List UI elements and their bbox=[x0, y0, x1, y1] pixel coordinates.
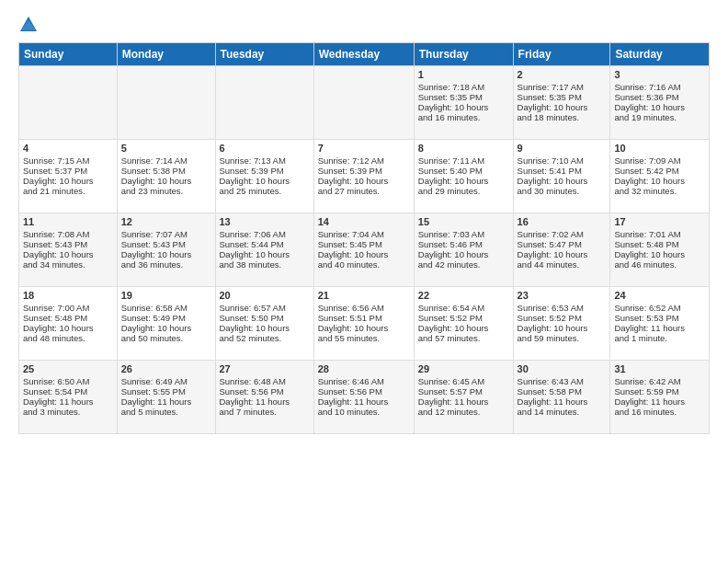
cell-info: Sunset: 5:43 PM bbox=[23, 239, 113, 249]
day-number: 26 bbox=[121, 363, 211, 374]
day-number: 9 bbox=[518, 143, 607, 154]
calendar-cell: 9Sunrise: 7:10 AMSunset: 5:41 PMDaylight… bbox=[513, 140, 610, 213]
cell-info: Daylight: 11 hours bbox=[518, 396, 607, 407]
cell-info: and 18 minutes. bbox=[518, 112, 607, 122]
cell-info: Daylight: 10 hours bbox=[418, 102, 509, 112]
cell-info: Daylight: 11 hours bbox=[614, 396, 705, 407]
week-row-3: 11Sunrise: 7:08 AMSunset: 5:43 PMDayligh… bbox=[19, 213, 710, 287]
cell-info: and 21 minutes. bbox=[23, 186, 113, 196]
calendar-cell: 23Sunrise: 6:53 AMSunset: 5:52 PMDayligh… bbox=[513, 287, 610, 361]
calendar-cell: 8Sunrise: 7:11 AMSunset: 5:40 PMDaylight… bbox=[414, 140, 513, 213]
cell-info: Daylight: 10 hours bbox=[23, 249, 113, 259]
cell-info: Sunset: 5:54 PM bbox=[23, 386, 113, 396]
cell-info: Sunset: 5:47 PM bbox=[518, 239, 607, 249]
cell-info: Sunrise: 7:01 AM bbox=[614, 229, 705, 239]
cell-info: Sunrise: 6:45 AM bbox=[418, 376, 509, 386]
calendar-cell: 17Sunrise: 7:01 AMSunset: 5:48 PMDayligh… bbox=[610, 213, 710, 287]
cell-info: Sunrise: 6:49 AM bbox=[121, 376, 211, 386]
cell-info: Sunset: 5:53 PM bbox=[614, 313, 705, 323]
calendar-cell: 7Sunrise: 7:12 AMSunset: 5:39 PMDaylight… bbox=[313, 140, 414, 213]
cell-info: Daylight: 10 hours bbox=[518, 102, 607, 112]
calendar-cell: 15Sunrise: 7:03 AMSunset: 5:46 PMDayligh… bbox=[414, 213, 513, 287]
day-number: 2 bbox=[518, 69, 607, 80]
calendar-cell: 24Sunrise: 6:52 AMSunset: 5:53 PMDayligh… bbox=[610, 287, 710, 361]
calendar-cell: 11Sunrise: 7:08 AMSunset: 5:43 PMDayligh… bbox=[19, 213, 118, 287]
cell-info: Sunset: 5:59 PM bbox=[614, 386, 705, 396]
day-number: 6 bbox=[220, 143, 310, 154]
cell-info: Sunset: 5:45 PM bbox=[318, 239, 410, 249]
cell-info: Sunrise: 7:02 AM bbox=[518, 229, 607, 239]
day-number: 12 bbox=[121, 216, 211, 227]
cell-info: Sunrise: 7:13 AM bbox=[220, 155, 310, 166]
cell-info: Sunrise: 6:48 AM bbox=[220, 376, 310, 386]
cell-info: Sunset: 5:48 PM bbox=[614, 239, 705, 249]
calendar-cell: 25Sunrise: 6:50 AMSunset: 5:54 PMDayligh… bbox=[19, 361, 118, 434]
cell-info: Sunrise: 7:14 AM bbox=[121, 155, 211, 166]
cell-info: Daylight: 11 hours bbox=[418, 396, 509, 407]
calendar-cell: 31Sunrise: 6:42 AMSunset: 5:59 PMDayligh… bbox=[610, 361, 710, 434]
cell-info: Sunrise: 6:56 AM bbox=[318, 303, 410, 313]
cell-info: Sunset: 5:37 PM bbox=[23, 166, 113, 176]
cell-info: Sunrise: 7:15 AM bbox=[23, 155, 113, 166]
cell-info: Sunset: 5:36 PM bbox=[614, 92, 705, 102]
cell-info: Sunrise: 7:08 AM bbox=[23, 229, 113, 239]
cell-info: and 40 minutes. bbox=[318, 259, 410, 270]
day-number: 4 bbox=[23, 143, 113, 154]
calendar-cell: 26Sunrise: 6:49 AMSunset: 5:55 PMDayligh… bbox=[117, 361, 215, 434]
cell-info: Sunrise: 7:06 AM bbox=[220, 229, 310, 239]
cell-info: and 30 minutes. bbox=[518, 186, 607, 196]
cell-info: Sunrise: 6:53 AM bbox=[518, 303, 607, 313]
cell-info: Sunrise: 6:52 AM bbox=[614, 303, 705, 313]
calendar-cell: 27Sunrise: 6:48 AMSunset: 5:56 PMDayligh… bbox=[215, 361, 313, 434]
cell-info: Daylight: 10 hours bbox=[318, 323, 410, 333]
day-number: 19 bbox=[121, 290, 211, 301]
day-number: 18 bbox=[23, 290, 113, 301]
cell-info: Daylight: 11 hours bbox=[220, 396, 310, 407]
cell-info: Sunset: 5:51 PM bbox=[318, 313, 410, 323]
cell-info: and 46 minutes. bbox=[614, 259, 705, 270]
cell-info: Sunrise: 6:46 AM bbox=[318, 376, 410, 386]
cell-info: Sunrise: 6:50 AM bbox=[23, 376, 113, 386]
cell-info: Daylight: 10 hours bbox=[121, 249, 211, 259]
calendar-cell: 30Sunrise: 6:43 AMSunset: 5:58 PMDayligh… bbox=[513, 361, 610, 434]
col-header-friday: Friday bbox=[513, 43, 610, 66]
cell-info: Sunset: 5:44 PM bbox=[220, 239, 310, 249]
cell-info: Sunrise: 6:42 AM bbox=[614, 376, 705, 386]
calendar-cell: 1Sunrise: 7:18 AMSunset: 5:35 PMDaylight… bbox=[414, 66, 513, 140]
cell-info: Daylight: 10 hours bbox=[220, 249, 310, 259]
calendar-cell: 13Sunrise: 7:06 AMSunset: 5:44 PMDayligh… bbox=[215, 213, 313, 287]
cell-info: Sunrise: 6:57 AM bbox=[220, 303, 310, 313]
week-row-1: 1Sunrise: 7:18 AMSunset: 5:35 PMDaylight… bbox=[19, 66, 710, 140]
day-number: 31 bbox=[614, 363, 705, 374]
cell-info: and 16 minutes. bbox=[614, 407, 705, 417]
page: SundayMondayTuesdayWednesdayThursdayFrid… bbox=[0, 0, 728, 443]
cell-info: Sunrise: 7:17 AM bbox=[518, 82, 607, 92]
calendar-cell: 2Sunrise: 7:17 AMSunset: 5:35 PMDaylight… bbox=[513, 66, 610, 140]
cell-info: and 27 minutes. bbox=[318, 186, 410, 196]
day-number: 21 bbox=[318, 290, 410, 301]
cell-info: Daylight: 10 hours bbox=[614, 249, 705, 259]
cell-info: Daylight: 11 hours bbox=[23, 396, 113, 407]
calendar-cell: 4Sunrise: 7:15 AMSunset: 5:37 PMDaylight… bbox=[19, 140, 118, 213]
cell-info: Sunrise: 7:10 AM bbox=[518, 155, 607, 166]
cell-info: Daylight: 10 hours bbox=[23, 176, 113, 186]
calendar-cell bbox=[117, 66, 215, 140]
cell-info: and 55 minutes. bbox=[318, 333, 410, 343]
cell-info: and 29 minutes. bbox=[418, 186, 509, 196]
cell-info: and 3 minutes. bbox=[23, 407, 113, 417]
cell-info: and 14 minutes. bbox=[518, 407, 607, 417]
day-number: 8 bbox=[418, 143, 509, 154]
cell-info: Daylight: 10 hours bbox=[318, 249, 410, 259]
day-number: 5 bbox=[121, 143, 211, 154]
calendar-cell: 14Sunrise: 7:04 AMSunset: 5:45 PMDayligh… bbox=[313, 213, 414, 287]
cell-info: Daylight: 11 hours bbox=[614, 323, 705, 333]
day-number: 14 bbox=[318, 216, 410, 227]
cell-info: and 23 minutes. bbox=[121, 186, 211, 196]
day-number: 17 bbox=[614, 216, 705, 227]
calendar-table: SundayMondayTuesdayWednesdayThursdayFrid… bbox=[18, 42, 710, 434]
cell-info: Sunrise: 7:03 AM bbox=[418, 229, 509, 239]
cell-info: and 57 minutes. bbox=[418, 333, 509, 343]
col-header-wednesday: Wednesday bbox=[313, 43, 414, 66]
cell-info: Sunset: 5:55 PM bbox=[121, 386, 211, 396]
cell-info: Sunset: 5:35 PM bbox=[518, 92, 607, 102]
